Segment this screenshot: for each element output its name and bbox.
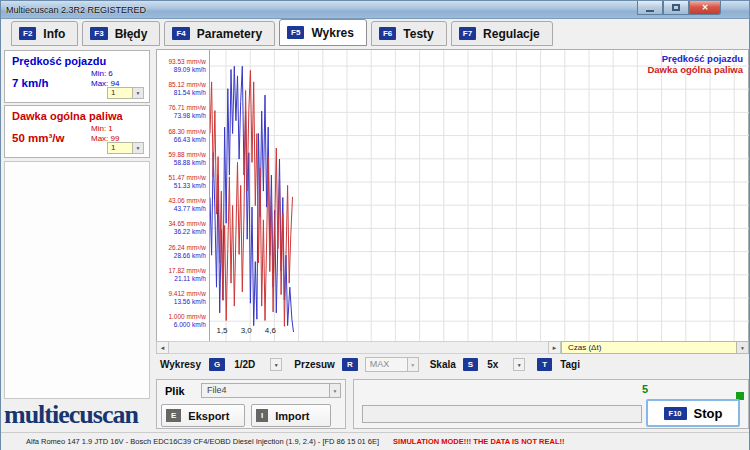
tab-info[interactable]: F2 Info <box>11 21 78 46</box>
chevron-down-icon[interactable]: ▼ <box>330 383 341 398</box>
y-axis-label-pair: 1.000 mm³/w6.000 km/h <box>154 313 206 329</box>
y-axis-label-pair: 85.12 mm³/w81.54 km/h <box>154 81 206 97</box>
t-key-badge: T <box>537 358 552 371</box>
legend-fuel: Dawka ogólna paliwa <box>647 64 743 75</box>
close-icon: ✕ <box>702 3 709 12</box>
y-axis-label-pair: 51.47 mm³/w51.33 km/h <box>154 174 206 190</box>
g-key-badge: G <box>209 358 225 371</box>
close-button[interactable]: ✕ <box>689 1 721 15</box>
tagi-label: Tagi <box>560 359 580 370</box>
combo-value: 1 <box>107 142 133 154</box>
plik-label: Plik <box>165 385 185 397</box>
tab-regulacje[interactable]: F7 Regulacje <box>451 21 553 46</box>
y-axis-label-pair: 59.88 mm³/w58.88 km/h <box>154 151 206 167</box>
chevron-down-icon: ▼ <box>408 357 419 372</box>
chevron-down-icon[interactable]: ▼ <box>133 142 144 154</box>
run-groupbox: 5 F10 Stop <box>353 379 749 429</box>
sample-counter: 5 <box>642 383 648 395</box>
status-bar: Alfa Romeo 147 1.9 JTD 16V - Bosch EDC16… <box>1 432 749 450</box>
app-logo: multiecuscan <box>4 400 138 430</box>
tab-parametery[interactable]: F4 Parametery <box>164 21 275 46</box>
param-scale-combo[interactable]: 1 ▼ <box>107 142 144 154</box>
tab-fkey-badge: F6 <box>379 27 396 40</box>
tab-label: Błędy <box>115 27 148 41</box>
skala-label: Skala <box>430 359 456 370</box>
chart-scrollbar: ◄ ► Czas (Δt) ▼ <box>156 341 749 354</box>
scroll-left-button[interactable]: ◄ <box>156 341 169 354</box>
eksport-button[interactable]: E Eksport <box>161 404 245 427</box>
arrow-left-icon: ◄ <box>160 345 166 351</box>
series-line <box>210 70 293 326</box>
chart-controls: Wykresy G 1/2D ▼ Przesuw R MAX ▼ Skala S… <box>156 356 749 373</box>
maximize-button[interactable] <box>663 1 689 15</box>
window-controls: ✕ <box>637 1 721 15</box>
arrow-right-icon: ► <box>552 345 558 351</box>
tab-label: Regulacje <box>483 27 540 41</box>
chevron-down-icon[interactable]: ▼ <box>737 341 749 354</box>
stop-button[interactable]: F10 Stop <box>646 399 740 427</box>
y-axis-labels: 93.53 mm³/w89.09 km/h85.12 mm³/w81.54 km… <box>157 50 209 345</box>
chevron-down-icon: ▼ <box>517 362 522 368</box>
x-axis-tick: 4,6 <box>265 326 277 335</box>
param-value: 50 mm³/w <box>12 132 64 144</box>
y-axis-label-pair: 34.65 mm³/w36.22 km/h <box>154 220 206 236</box>
param-box-speed: Prędkość pojazdu 7 km/h Min: 6 Max: 94 1… <box>4 50 150 103</box>
y-axis-label-pair: 43.06 mm³/w43.77 km/h <box>154 197 206 213</box>
scroll-right-button[interactable]: ► <box>548 341 561 354</box>
wykresy-label: Wykresy <box>160 359 201 370</box>
przesuw-value: MAX <box>365 357 408 372</box>
y-axis-label-pair: 9.412 mm³/w13.56 km/h <box>154 290 206 306</box>
chart-plot[interactable]: 1,53,04,6 Prędkość pojazdu Dawka ogólna … <box>209 50 748 345</box>
x-axis-tick: 1,5 <box>216 326 228 335</box>
x-axis-tick: 3,0 <box>241 326 253 335</box>
przesuw-label: Przesuw <box>294 359 335 370</box>
combo-value: 1 <box>107 87 133 99</box>
skala-value: 5x <box>487 359 498 370</box>
tab-fkey-badge: F4 <box>172 27 189 40</box>
wykresy-dropdown-button[interactable]: ▼ <box>270 358 282 371</box>
tab-fkey-badge: F3 <box>90 27 107 40</box>
import-button[interactable]: I Import <box>251 404 331 427</box>
y-axis-label-pair: 26.24 mm³/w28.66 km/h <box>154 244 206 260</box>
param-value: 7 km/h <box>12 77 48 89</box>
file-select[interactable]: File4 ▼ <box>201 383 341 398</box>
param-minmax: Min: 6 Max: 94 <box>91 69 119 89</box>
y-axis-label-pair: 93.53 mm³/w89.09 km/h <box>154 58 206 74</box>
titlebar: Multiecuscan 2.3R2 REGISTERED ✕ <box>1 1 749 19</box>
tab-bar: F2 Info F3 Błędy F4 Parametery F5 Wykres… <box>11 21 553 46</box>
param-scale-combo[interactable]: 1 ▼ <box>107 87 144 99</box>
vehicle-info: Alfa Romeo 147 1.9 JTD 16V - Bosch EDC16… <box>26 437 379 446</box>
przesuw-combo[interactable]: MAX ▼ <box>365 357 419 372</box>
scrollbar-track[interactable] <box>169 341 548 354</box>
skala-dropdown-button[interactable]: ▼ <box>513 358 525 371</box>
tab-wykres[interactable]: F5 Wykres <box>279 19 367 46</box>
r-key-badge: R <box>342 358 358 371</box>
progress-bar <box>362 405 642 423</box>
window-title: Multiecuscan 2.3R2 REGISTERED <box>1 5 146 15</box>
i-key-badge: I <box>256 409 268 422</box>
param-minmax: Min: 1 Max: 99 <box>91 124 119 144</box>
chevron-down-icon[interactable]: ▼ <box>133 87 144 99</box>
simulation-warning: SIMULATION MODE!!! THE DATA IS NOT REAL!… <box>393 437 564 446</box>
chevron-down-icon: ▼ <box>274 362 279 368</box>
param-title: Dawka ogólna paliwa <box>12 110 123 122</box>
chart-panel: 93.53 mm³/w89.09 km/h85.12 mm³/w81.54 km… <box>156 49 749 346</box>
app-window: Multiecuscan 2.3R2 REGISTERED ✕ F2 Info … <box>0 0 750 450</box>
y-axis-label-pair: 68.30 mm³/w66.43 km/h <box>154 128 206 144</box>
import-button-label: Import <box>275 410 309 422</box>
param-box-fuel: Dawka ogólna paliwa 50 mm³/w Min: 1 Max:… <box>4 105 150 158</box>
minimize-button[interactable] <box>637 1 663 15</box>
tab-label: Parametery <box>197 27 262 41</box>
tab-label: Testy <box>403 27 433 41</box>
tab-label: Wykres <box>311 26 353 40</box>
f10-key-badge: F10 <box>664 407 687 420</box>
tab-bledy[interactable]: F3 Błędy <box>82 21 160 46</box>
sidebar-empty-panel <box>4 161 150 399</box>
time-axis-combo[interactable]: Czas (Δt) ▼ <box>561 341 749 354</box>
param-min: Min: 6 <box>91 69 119 79</box>
minimize-icon <box>646 10 654 12</box>
tab-testy[interactable]: F6 Testy <box>371 21 447 46</box>
file-select-value: File4 <box>201 383 330 398</box>
tab-fkey-badge: F2 <box>19 27 36 40</box>
y-axis-label-pair: 17.82 mm³/w21.11 km/h <box>154 267 206 283</box>
